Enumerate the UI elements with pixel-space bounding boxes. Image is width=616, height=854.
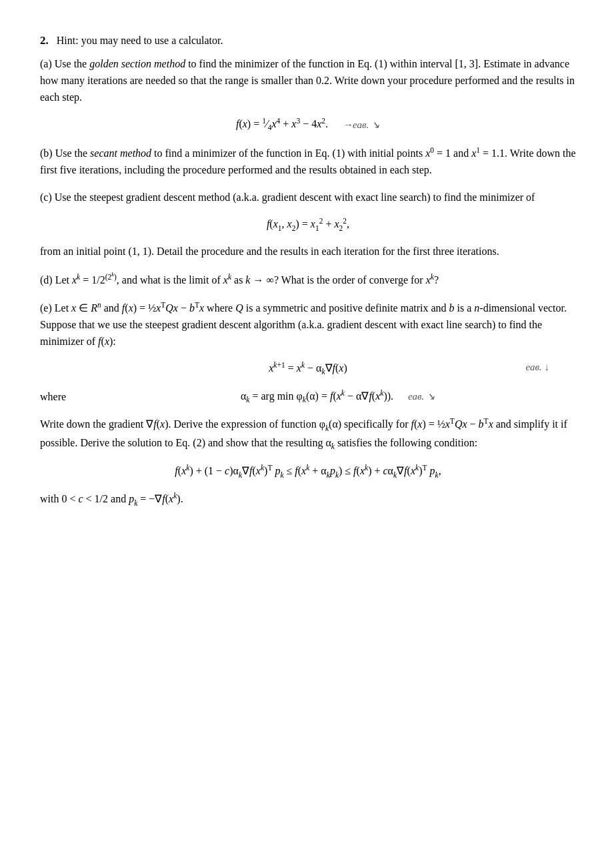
part-d: (d) Let xk = 1/2(2k), and what is the li… (40, 271, 576, 289)
part-e-formula3: f(xk) + (1 − c)αk∇f(xk)T pk ≤ f(xk + αkp… (40, 462, 576, 481)
part-d-text: (d) Let xk = 1/2(2k), and what is the li… (40, 271, 576, 289)
part-a: (a) Use the golden section method to fin… (40, 56, 576, 134)
part-c-text1: (c) Use the steepest gradient descent me… (40, 189, 576, 206)
part-e-annotation2: еав. ↘ (408, 391, 435, 402)
part-a-formula-block: f(x) = 1⁄4x4 + x3 − 4x2. →еав. ↘ (40, 115, 576, 134)
part-c: (c) Use the steepest gradient descent me… (40, 189, 576, 260)
part-e-text2: Write down the gradient ∇f(x). Derive th… (40, 416, 576, 452)
problem-container: 2. Hint: you may need to use a calculato… (40, 32, 576, 509)
part-e-text1: (e) Let x ∈ Rn and f(x) = ½xTQx − bTx wh… (40, 300, 576, 350)
part-e-annotation1: еав. ↓ (526, 360, 549, 375)
part-e-formula2: αk = arg min φk(α) = f(xk − α∇f(xk)). (241, 390, 396, 402)
part-e-formula2-block: αk = arg min φk(α) = f(xk − α∇f(xk)). еа… (100, 388, 576, 406)
part-c-text2: from an initial point (1, 1). Detail the… (40, 244, 576, 260)
part-a-annotation: →еав. ↘ (343, 117, 380, 133)
part-e-formula1: xk+1 = xk − αk∇f(x) (269, 362, 347, 374)
part-a-method: golden section method (89, 58, 185, 69)
problem-number: 2. (40, 32, 49, 49)
part-b-text: (b) Use the secant method to find a mini… (40, 145, 576, 179)
part-e-text3: with 0 < c < 1/2 and pk = −∇f(xk). (40, 490, 576, 509)
where-block: where αk = arg min φk(α) = f(xk − α∇f(xk… (40, 388, 576, 406)
hint-text: Hint: you may need to use a calculator. (57, 33, 223, 49)
part-b-method: secant method (90, 147, 151, 159)
part-b: (b) Use the secant method to find a mini… (40, 145, 576, 179)
part-a-formula: f(x) = 1⁄4x4 + x3 − 4x2. (236, 118, 331, 129)
part-a-text: (a) Use the golden section method to fin… (40, 56, 576, 105)
part-a-label: (a) Use the (40, 58, 89, 69)
part-e-formula1-block: xk+1 = xk − αk∇f(x) еав. ↓ (40, 360, 576, 378)
where-label: where (40, 388, 100, 406)
part-c-formula: f(x1, x2) = x12 + x22, (40, 216, 576, 234)
part-e: (e) Let x ∈ Rn and f(x) = ½xTQx − bTx wh… (40, 300, 576, 510)
